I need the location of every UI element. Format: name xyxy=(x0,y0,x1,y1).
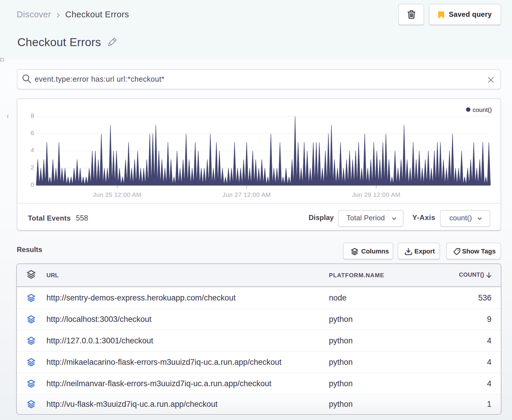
svg-text:8: 8 xyxy=(31,112,34,119)
svg-text:2: 2 xyxy=(31,164,34,171)
svg-text:count(): count() xyxy=(473,106,492,113)
svg-text:6: 6 xyxy=(31,130,34,136)
svg-text:4: 4 xyxy=(31,147,34,153)
svg-text:0: 0 xyxy=(31,181,34,188)
svg-text:Jun 29 12:00 AM: Jun 29 12:00 AM xyxy=(352,191,400,198)
svg-text:Jun 27 12:00 AM: Jun 27 12:00 AM xyxy=(222,191,271,198)
svg-text:Jun 25 12:00 AM: Jun 25 12:00 AM xyxy=(93,191,141,198)
